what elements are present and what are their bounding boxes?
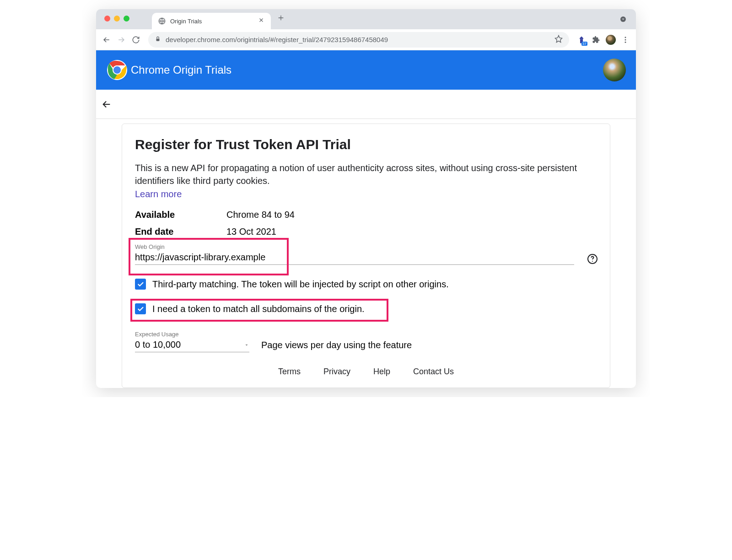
extension-badge: 37 [581,42,587,46]
end-date-label: End date [135,226,226,237]
info-table: Available Chrome 84 to 94 End date 13 Oc… [135,210,597,237]
close-tab-icon[interactable] [258,17,264,25]
bookmark-star-icon[interactable] [554,35,563,45]
browser-tab[interactable]: Origin Trials [152,13,271,29]
brand[interactable]: Chrome Origin Trials [106,59,231,81]
card-description: This is a new API for propagating a noti… [135,162,597,187]
svg-rect-2 [156,38,160,41]
reload-button[interactable] [131,35,141,45]
web-origin-input[interactable] [135,250,574,265]
web-origin-label: Web Origin [135,243,597,250]
subdomain-checkbox-row: I need a token to match all subdomains o… [135,303,597,314]
third-party-checkbox[interactable] [135,279,146,290]
maximize-window-button[interactable] [124,16,129,22]
profile-avatar-large[interactable] [603,59,626,81]
end-date-value: 13 Oct 2021 [226,226,276,237]
tab-title: Origin Trials [170,18,253,25]
footer-privacy-link[interactable]: Privacy [323,367,350,377]
help-icon[interactable] [587,253,598,266]
subdomain-label: I need a token to match all subdomains o… [152,304,365,314]
web-origin-field: Web Origin [135,243,597,265]
brand-title: Chrome Origin Trials [131,64,231,76]
svg-point-4 [625,37,626,38]
available-label: Available [135,210,226,220]
browser-toolbar: developer.chrome.com/origintrials/#/regi… [96,29,636,50]
minimize-window-button[interactable] [114,16,120,22]
learn-more-link[interactable]: Learn more [135,189,182,199]
url-text: developer.chrome.com/origintrials/#/regi… [166,36,550,43]
extensions-puzzle-icon[interactable] [591,35,601,45]
card-title: Register for Trust Token API Trial [135,137,597,152]
page-header: Chrome Origin Trials [96,50,636,90]
back-row [96,90,636,119]
browser-menu-icon[interactable] [620,35,630,45]
third-party-checkbox-row: Third-party matching. The token will be … [135,279,597,290]
svg-point-11 [592,261,593,262]
expected-usage-select[interactable]: 0 to 10,000 [135,338,249,352]
available-value: Chrome 84 to 94 [226,210,295,220]
footer-links: Terms Privacy Help Contact Us [135,367,597,377]
extension-lighthouse-icon[interactable]: 37 [576,35,587,45]
window-controls [104,16,129,22]
page-back-button[interactable] [102,99,112,109]
expected-usage-label: Expected Usage [135,331,249,338]
footer-terms-link[interactable]: Terms [278,367,301,377]
back-button[interactable] [102,35,112,45]
registration-card: Register for Trust Token API Trial This … [122,124,610,388]
subdomain-checkbox[interactable] [135,303,146,314]
expected-usage-description: Page views per day using the feature [261,340,412,352]
footer-help-link[interactable]: Help [373,367,390,377]
third-party-label: Third-party matching. The token will be … [152,279,449,290]
svg-point-5 [625,39,626,40]
close-window-button[interactable] [104,16,110,22]
tab-strip: Origin Trials [96,9,636,29]
new-tab-button[interactable] [277,13,285,26]
profile-avatar-small[interactable] [606,35,616,45]
browser-window: Origin Trials developer.chrome.com/origi… [96,9,636,388]
globe-icon [158,17,166,25]
forward-button[interactable] [116,35,126,45]
address-bar[interactable]: developer.chrome.com/origintrials/#/regi… [148,32,569,48]
tab-dropdown-icon[interactable] [619,16,627,25]
svg-point-6 [625,41,626,43]
lock-icon [155,36,161,44]
footer-contact-link[interactable]: Contact Us [413,367,454,377]
expected-usage-row: Expected Usage 0 to 10,000 Page views pe… [135,331,597,352]
expected-usage-value: 0 to 10,000 [135,339,181,350]
chevron-down-icon [244,342,249,348]
chrome-logo-icon [106,59,128,81]
